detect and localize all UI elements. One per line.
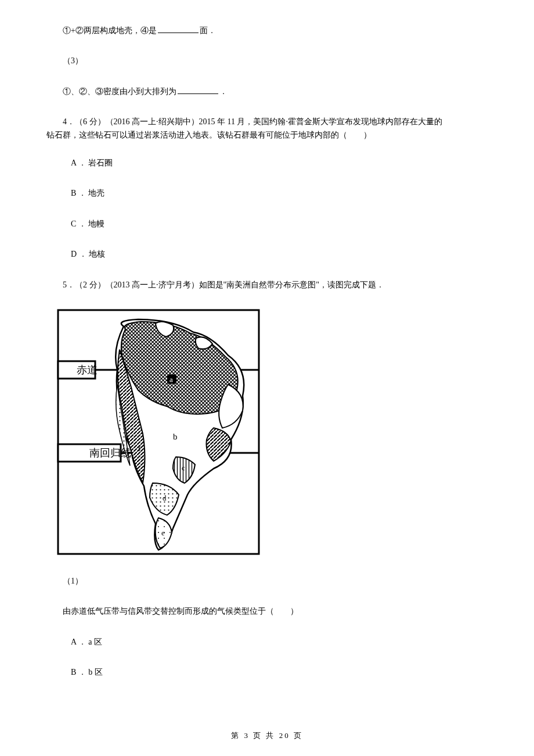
q4-stem: 4．（6 分）（2016 高一上·绍兴期中）2015 年 11 月，美国约翰·霍… — [46, 116, 488, 142]
map-region-c: c — [182, 463, 185, 472]
map-label-tropic: 南回归线 — [89, 447, 131, 459]
q5-part1-label: （1） — [46, 575, 488, 588]
q5-option-a[interactable]: A ． a 区 — [46, 636, 488, 649]
svg-rect-14 — [147, 442, 155, 451]
map-region-d: d — [163, 494, 167, 502]
q5-part1-text: 由赤道低气压带与信风带交替控制而形成的气候类型位于（ ） — [46, 605, 488, 618]
q2-line1: ①+②两层构成地壳，④是面． — [46, 24, 488, 37]
q4-option-d[interactable]: D ． 地核 — [46, 248, 488, 261]
map-region-f: f — [138, 444, 141, 453]
q2-part3-label: （3） — [46, 55, 488, 67]
page-footer: 第 3 页 共 20 页 — [0, 730, 534, 742]
map-region-b: b — [173, 432, 178, 441]
map-label-equator: 赤道 — [77, 364, 98, 376]
q4-option-a[interactable]: A ． 岩石圈 — [46, 157, 488, 170]
q2-part3-suffix: ． — [219, 87, 228, 96]
south-america-map-figure: 赤道 南回归线 a b c d e f — [57, 309, 488, 557]
map-region-e: e — [161, 528, 165, 537]
blank-input[interactable] — [178, 86, 218, 94]
q4-stem-l1: 4．（6 分）（2016 高一上·绍兴期中）2015 年 11 月，美国约翰·霍… — [46, 116, 488, 128]
blank-input[interactable] — [158, 25, 199, 33]
q5-stem: 5．（2 分）（2013 高一上·济宁月考）如图是"南美洲自然带分布示意图"，读… — [46, 279, 488, 291]
q2-line1-prefix: ①+②两层构成地壳，④是 — [63, 26, 157, 35]
q4-option-c[interactable]: C ． 地幔 — [46, 218, 488, 231]
q2-line1-suffix: 面． — [200, 26, 216, 35]
q5-option-b[interactable]: B ． b 区 — [46, 666, 488, 679]
q2-part3-text: ①、②、③密度由小到大排列为． — [46, 85, 488, 98]
q2-part3-prefix: ①、②、③密度由小到大排列为 — [63, 87, 176, 96]
q4-option-b[interactable]: B ． 地壳 — [46, 187, 488, 200]
map-svg: 赤道 南回归线 a b c d e f — [57, 309, 260, 557]
q4-stem-l2: 钻石群，这些钻石可以通过岩浆活动进入地表。该钻石群最有可能位于地球内部的（ ） — [46, 129, 488, 142]
map-region-a: a — [169, 375, 173, 384]
